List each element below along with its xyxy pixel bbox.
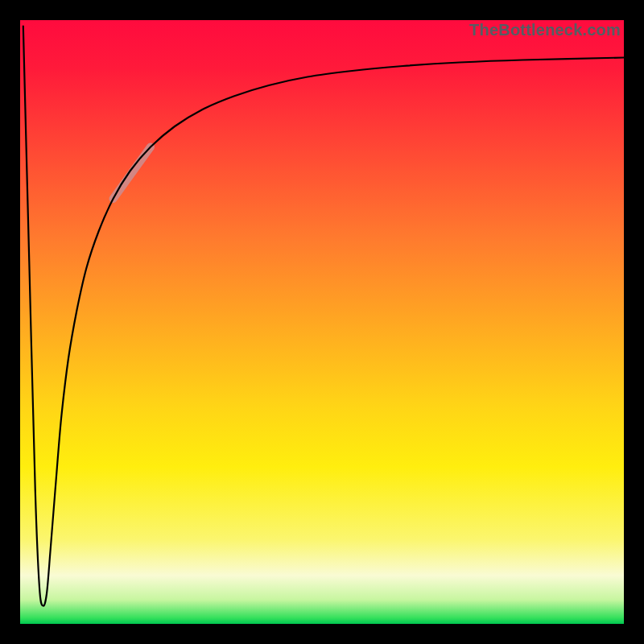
curve-highlight [114,147,151,200]
curve-layer [20,20,624,624]
plot-area: TheBottleneck.com [20,20,624,624]
chart-frame: TheBottleneck.com [0,0,644,644]
main-curve [23,27,624,606]
